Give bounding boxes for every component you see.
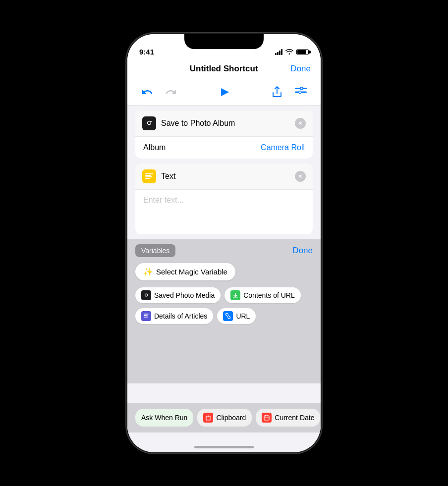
text-action-icon bbox=[142, 169, 156, 183]
nav-title: Untitled Shortcut bbox=[190, 64, 258, 74]
settings-button[interactable] bbox=[293, 84, 309, 100]
variables-section: Variables Done ✨ Select Magic Variable S… bbox=[127, 239, 321, 383]
variable-chips-row-1: Saved Photo Media Contents of URL bbox=[135, 287, 313, 303]
svg-rect-13 bbox=[264, 416, 269, 420]
text-placeholder: Enter text... bbox=[143, 196, 184, 204]
saved-photo-media-label: Saved Photo Media bbox=[154, 291, 215, 299]
battery-icon bbox=[296, 49, 309, 55]
clipboard-icon bbox=[203, 413, 213, 423]
variables-done-button[interactable]: Done bbox=[292, 246, 313, 256]
text-title: Text bbox=[161, 172, 175, 181]
details-of-articles-icon bbox=[141, 311, 151, 321]
svg-rect-6 bbox=[145, 119, 153, 127]
details-of-articles-label: Details of Articles bbox=[154, 312, 207, 320]
url-chip[interactable]: URL bbox=[217, 308, 256, 324]
current-date-icon bbox=[262, 413, 272, 423]
magic-wand-icon: ✨ bbox=[143, 267, 153, 276]
status-icons bbox=[275, 49, 309, 56]
variables-label[interactable]: Variables bbox=[135, 244, 175, 257]
url-chip-icon bbox=[223, 311, 233, 321]
svg-point-4 bbox=[300, 87, 303, 90]
ask-when-run-chip[interactable]: Ask When Run bbox=[135, 409, 193, 427]
variables-header: Variables Done bbox=[135, 244, 313, 257]
toolbar-right bbox=[269, 84, 309, 100]
current-date-chip[interactable]: Current Date bbox=[256, 409, 320, 427]
save-photo-album-header: Save to Photo Album × bbox=[135, 110, 313, 137]
svg-rect-3 bbox=[301, 91, 307, 93]
magic-variable-label: Select Magic Variable bbox=[156, 268, 227, 276]
status-time: 9:41 bbox=[139, 48, 154, 56]
notch bbox=[184, 34, 264, 49]
saved-photo-media-chip[interactable]: Saved Photo Media bbox=[135, 287, 221, 303]
variable-chips-row-2: Details of Articles URL bbox=[135, 308, 313, 324]
album-label: Album bbox=[143, 143, 166, 152]
svg-rect-15 bbox=[268, 415, 269, 417]
magic-variable-button[interactable]: ✨ Select Magic Variable bbox=[135, 263, 235, 280]
bottom-variables: Ask When Run Clipboard Current Date bbox=[127, 403, 321, 432]
share-button[interactable] bbox=[269, 84, 285, 100]
play-button[interactable] bbox=[216, 84, 232, 100]
ask-when-run-label: Ask When Run bbox=[141, 414, 187, 422]
photo-action-icon bbox=[142, 116, 156, 130]
album-row: Album Camera Roll bbox=[135, 137, 313, 159]
home-indicator bbox=[194, 446, 254, 448]
svg-point-8 bbox=[151, 121, 152, 122]
save-photo-album-title: Save to Photo Album bbox=[161, 119, 235, 128]
scroll-area[interactable]: Save to Photo Album × Album Camera Roll … bbox=[127, 106, 321, 447]
text-input-area[interactable]: Enter text... bbox=[135, 190, 313, 234]
svg-rect-9 bbox=[143, 292, 149, 298]
svg-rect-14 bbox=[265, 415, 266, 417]
text-close[interactable]: × bbox=[295, 171, 306, 182]
contents-of-url-chip[interactable]: Contents of URL bbox=[224, 287, 301, 303]
clipboard-chip[interactable]: Clipboard bbox=[197, 409, 252, 427]
svg-rect-0 bbox=[295, 88, 300, 89]
clipboard-label: Clipboard bbox=[216, 414, 246, 422]
nav-done-button[interactable]: Done bbox=[290, 64, 311, 74]
text-card: Text × Enter text... bbox=[135, 163, 313, 234]
svg-point-5 bbox=[299, 91, 301, 93]
album-value[interactable]: Camera Roll bbox=[261, 143, 305, 152]
text-header: Text × bbox=[135, 163, 313, 190]
spacer bbox=[135, 329, 313, 378]
phone-frame: 9:41 Untitled Shortcut Done bbox=[127, 34, 321, 452]
save-photo-album-close[interactable]: × bbox=[295, 118, 306, 129]
url-chip-label: URL bbox=[236, 312, 250, 320]
save-photo-album-card: Save to Photo Album × Album Camera Roll bbox=[135, 110, 313, 159]
svg-rect-11 bbox=[233, 297, 238, 298]
redo-button[interactable] bbox=[163, 84, 179, 100]
contents-of-url-label: Contents of URL bbox=[243, 291, 295, 299]
toolbar-left bbox=[139, 84, 179, 100]
saved-photo-media-icon bbox=[141, 290, 151, 300]
contents-of-url-icon bbox=[230, 290, 240, 300]
nav-bar: Untitled Shortcut Done bbox=[127, 59, 321, 80]
save-photo-album-header-left: Save to Photo Album bbox=[142, 116, 235, 130]
signal-icon bbox=[275, 49, 282, 55]
wifi-icon bbox=[285, 49, 293, 56]
text-header-left: Text bbox=[142, 169, 175, 183]
svg-point-12 bbox=[208, 415, 209, 417]
details-of-articles-chip[interactable]: Details of Articles bbox=[135, 308, 213, 324]
toolbar bbox=[127, 80, 321, 106]
current-date-label: Current Date bbox=[275, 414, 314, 422]
undo-button[interactable] bbox=[139, 84, 155, 100]
